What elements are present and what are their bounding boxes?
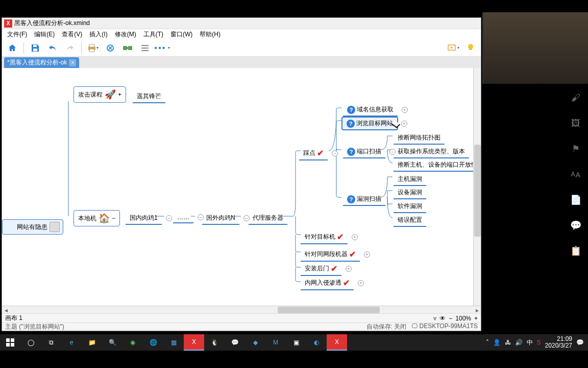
node-domain-info[interactable]: ?域名信息获取+: [343, 104, 398, 117]
node-host-vuln[interactable]: 主机漏洞: [394, 173, 426, 186]
home-button[interactable]: [5, 41, 19, 55]
expand-icon[interactable]: +: [346, 266, 352, 272]
titlebar[interactable]: X 黑客入侵流程分析-ok.xmind: [2, 18, 481, 29]
menu-edit[interactable]: 编辑(E): [31, 29, 58, 40]
document-tab[interactable]: *黑客入侵流程分析-ok ×: [4, 57, 79, 68]
menu-modify[interactable]: 修改(M): [112, 29, 139, 40]
font-icon[interactable]: Aᴀ: [570, 169, 581, 180]
print-button[interactable]: ▾: [86, 41, 100, 55]
menu-view[interactable]: 查看(V): [59, 29, 85, 40]
expand-icon[interactable]: +: [402, 107, 408, 113]
cortana-button[interactable]: ◯: [20, 334, 41, 351]
node-misconfig[interactable]: 错误配置: [394, 214, 426, 227]
link-button[interactable]: [120, 41, 135, 55]
node-topology[interactable]: 推断网络拓扑图: [394, 132, 445, 145]
scroll-right-button[interactable]: ▸: [473, 306, 481, 314]
node-recon[interactable]: 踩点 ✔ −: [299, 147, 328, 160]
menu-help[interactable]: 帮助(H): [197, 29, 224, 40]
xmind-task-icon[interactable]: X: [184, 334, 204, 351]
undo-button[interactable]: [45, 41, 60, 55]
start-button[interactable]: [0, 334, 20, 351]
present-button[interactable]: ▾: [446, 41, 460, 55]
zoom-out-button[interactable]: −: [449, 315, 452, 322]
explorer-icon[interactable]: 📁: [82, 334, 102, 351]
expand-icon[interactable]: +: [118, 91, 121, 98]
node-dev-vuln[interactable]: 设备漏洞: [394, 187, 426, 199]
qq-icon[interactable]: 🐧: [204, 334, 225, 351]
notes-icon[interactable]: 📄: [570, 194, 581, 205]
node-backdoor[interactable]: 安装后门✔+: [301, 262, 341, 276]
filter-icon[interactable]: ▿: [433, 315, 436, 322]
chrome-icon[interactable]: 🌐: [143, 334, 163, 351]
search-icon[interactable]: 🔍: [102, 334, 122, 351]
idea-button[interactable]: [463, 41, 478, 55]
app-icon-3[interactable]: M: [265, 334, 286, 351]
edge-icon[interactable]: e: [61, 334, 82, 351]
zoom-in-button[interactable]: +: [474, 315, 478, 322]
volume-icon[interactable]: 🔊: [515, 339, 523, 346]
app-icon-4[interactable]: ▣: [286, 334, 306, 351]
menu-tools[interactable]: 工具(T): [140, 29, 166, 40]
node-open-ports[interactable]: 推断主机、设备的端口开放情况: [394, 159, 481, 172]
share-button[interactable]: [103, 41, 117, 55]
xmind-task-icon-2[interactable]: X: [327, 334, 347, 351]
wechat-icon[interactable]: 💬: [225, 334, 245, 351]
more-button[interactable]: •••▾: [155, 41, 169, 55]
clock[interactable]: 21:09 2020/3/27: [545, 336, 572, 349]
scrollbar-thumb[interactable]: [278, 307, 380, 313]
node-chickenN[interactable]: 国外肉鸡N−: [202, 212, 239, 225]
expand-icon[interactable]: +: [358, 280, 364, 286]
canvas-area[interactable]: 网站有隐患 攻击课程 🚀 + 遥其锋芒 本地机 🏠 − 国内肉鸡1− ……− 国…: [2, 68, 481, 306]
branch-local[interactable]: 本地机 🏠 −: [74, 210, 120, 226]
redo-button[interactable]: [63, 41, 77, 55]
marker-icon[interactable]: ⚑: [570, 143, 581, 154]
notifications-icon[interactable]: 💬: [576, 339, 584, 346]
menu-insert[interactable]: 插入(I): [86, 29, 110, 40]
expand-icon[interactable]: +: [364, 251, 370, 258]
system-tray[interactable]: ˄ 👤 🖧 🔊 中 S 21:09 2020/3/27 💬: [482, 336, 588, 349]
horizontal-scrollbar[interactable]: ◂ ▸: [2, 306, 481, 313]
sogou-icon[interactable]: S: [537, 339, 541, 346]
node-ellipsis[interactable]: ……−: [173, 212, 193, 223]
expand-icon[interactable]: −: [112, 215, 115, 222]
expand-icon[interactable]: +: [401, 121, 407, 127]
app-icon-2[interactable]: ◆: [245, 334, 265, 351]
menu-file[interactable]: 文件(F): [4, 29, 30, 40]
node-os-ver[interactable]: 获取操作系统类型、版本: [394, 146, 469, 158]
comments-icon[interactable]: 💬: [570, 220, 581, 231]
task-icon[interactable]: 📋: [570, 245, 581, 257]
node-browse-target[interactable]: ?浏览目标网站+: [341, 117, 398, 130]
eye-icon[interactable]: 👁: [439, 315, 446, 322]
format-icon[interactable]: 🖌: [570, 92, 581, 103]
node-lateral[interactable]: 内网入侵渗透✔+: [301, 277, 354, 290]
menu-window[interactable]: 窗口(W): [167, 29, 195, 40]
people-icon[interactable]: 👤: [493, 339, 501, 346]
node-subnet[interactable]: 针对同网段机器✔+: [301, 248, 360, 262]
node-vuln-scan[interactable]: ?漏洞扫描: [343, 193, 385, 206]
taskview-button[interactable]: ⧉: [41, 334, 61, 351]
node-chicken1[interactable]: 国内肉鸡1−: [126, 212, 162, 225]
app-icon-5[interactable]: ◐: [306, 334, 327, 351]
network-icon[interactable]: 🖧: [505, 339, 511, 346]
expand-icon[interactable]: −: [166, 215, 172, 221]
scroll-left-button[interactable]: ◂: [2, 306, 10, 314]
node-target[interactable]: 针对目标机✔+: [301, 231, 348, 244]
sheet-name[interactable]: 画布 1: [5, 314, 22, 323]
image-icon[interactable]: 🖼: [570, 118, 581, 129]
browser360-icon[interactable]: ◉: [122, 334, 143, 351]
vertical-scrollbar[interactable]: [473, 68, 481, 306]
expand-icon[interactable]: +: [352, 234, 358, 240]
expand-icon[interactable]: −: [332, 150, 338, 156]
node-avoid[interactable]: 遥其锋芒: [133, 90, 165, 103]
node-proxy[interactable]: 代理服务器: [249, 212, 287, 225]
node-port-scan[interactable]: ?端口扫描−: [343, 146, 385, 158]
tab-close-button[interactable]: ×: [69, 59, 76, 66]
app-icon-1[interactable]: ▦: [163, 334, 184, 351]
save-button[interactable]: [28, 41, 42, 55]
node-soft-vuln[interactable]: 软件漏洞: [394, 200, 426, 213]
root-topic-cut[interactable]: 网站有隐患: [2, 219, 63, 235]
list-button[interactable]: [138, 41, 152, 55]
tray-up-icon[interactable]: ˄: [486, 339, 489, 346]
scrollbar-thumb[interactable]: [474, 145, 481, 237]
branch-attack[interactable]: 攻击课程 🚀 +: [74, 86, 126, 103]
